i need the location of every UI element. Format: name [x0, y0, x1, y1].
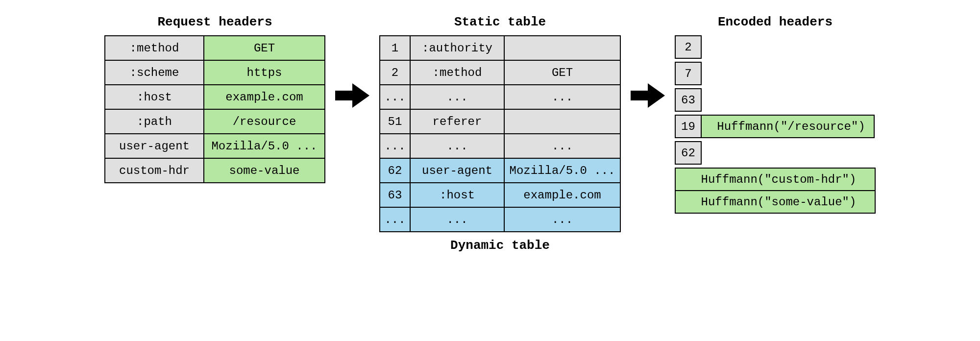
- request-headers-title: Request headers: [157, 15, 272, 29]
- row-index: 63: [380, 183, 410, 207]
- header-value: /resource: [204, 110, 324, 133]
- encoded-line: Huffmann("custom-hdr"): [675, 168, 876, 191]
- table-row: user-agent Mozilla/5.0 ...: [105, 134, 324, 158]
- lookup-table: 1 :authority 2 :method GET ... ... ... 5…: [379, 35, 621, 232]
- header-name: custom-hdr: [105, 159, 203, 182]
- encoded-line: 19 Huffmann("/resource"): [675, 115, 875, 138]
- row-value: example.com: [505, 183, 620, 207]
- encoded-body: Huffmann("/resource"): [701, 115, 875, 138]
- row-value: Mozilla/5.0 ...: [505, 159, 620, 182]
- encoded-body: Huffmann("custom-hdr"): [675, 168, 876, 191]
- encoded-line: 7: [675, 62, 702, 85]
- row-value: [505, 36, 620, 60]
- encoded-headers-column: Encoded headers 2 7 63 19 Huffmann("/res…: [675, 15, 876, 217]
- row-name: ...: [411, 85, 504, 109]
- row-value: GET: [505, 61, 620, 84]
- header-name: :method: [105, 36, 203, 60]
- table-row: :host example.com: [105, 85, 324, 109]
- encoded-index: 63: [675, 88, 702, 112]
- encoded-line: 2: [675, 35, 702, 59]
- row-value: ...: [505, 208, 620, 231]
- table-row: ... ... ...: [380, 85, 620, 109]
- header-value: Mozilla/5.0 ...: [204, 134, 324, 158]
- table-row: :path /resource: [105, 110, 324, 133]
- encoded-body: Huffmann("some-value"): [675, 190, 876, 214]
- encoded-index: 19: [675, 115, 702, 138]
- header-value: GET: [204, 36, 324, 60]
- table-row: :method GET: [105, 36, 324, 60]
- header-value: some-value: [204, 159, 324, 182]
- table-row: 51 referer: [380, 110, 620, 133]
- table-row: ... ... ...: [380, 208, 620, 231]
- encoded-headers-title: Encoded headers: [718, 15, 833, 29]
- row-index: ...: [380, 134, 410, 158]
- header-value: https: [204, 61, 324, 84]
- row-index: ...: [380, 85, 410, 109]
- table-row: custom-hdr some-value: [105, 159, 324, 182]
- encoded-index: 7: [675, 62, 702, 85]
- row-value: ...: [505, 85, 620, 109]
- lookup-tables-column: Static table 1 :authority 2 :method GET …: [379, 15, 621, 253]
- arrow-icon: [335, 15, 369, 176]
- table-row: 1 :authority: [380, 36, 620, 60]
- row-name: :method: [411, 61, 504, 84]
- arrow-icon: [631, 15, 665, 176]
- row-index: ...: [380, 208, 410, 231]
- request-headers-column: Request headers :method GET :scheme http…: [104, 15, 325, 183]
- request-headers-table: :method GET :scheme https :host example.…: [104, 35, 325, 183]
- row-value: [505, 110, 620, 133]
- encoded-line: 63: [675, 88, 702, 112]
- encoded-line: 62: [675, 141, 702, 165]
- header-name: user-agent: [105, 134, 203, 158]
- table-row: ... ... ...: [380, 134, 620, 158]
- header-name: :scheme: [105, 61, 203, 84]
- encoded-stack: 2 7 63 19 Huffmann("/resource") 62 Huffm…: [675, 35, 876, 217]
- table-row: 62 user-agent Mozilla/5.0 ...: [380, 159, 620, 182]
- table-row: :scheme https: [105, 61, 324, 84]
- svg-marker-1: [631, 83, 665, 108]
- header-name: :path: [105, 110, 203, 133]
- static-table-title: Static table: [454, 15, 546, 29]
- row-index: 1: [380, 36, 410, 60]
- row-name: referer: [411, 110, 504, 133]
- header-name: :host: [105, 85, 203, 109]
- table-row: 63 :host example.com: [380, 183, 620, 207]
- table-row: 2 :method GET: [380, 61, 620, 84]
- encoded-index: 62: [675, 141, 702, 165]
- encoded-line: Huffmann("some-value"): [675, 190, 876, 214]
- dynamic-table-title: Dynamic table: [450, 238, 550, 253]
- row-index: 2: [380, 61, 410, 84]
- row-name: ...: [411, 134, 504, 158]
- row-name: ...: [411, 208, 504, 231]
- svg-marker-0: [335, 83, 369, 108]
- row-value: ...: [505, 134, 620, 158]
- row-name: user-agent: [411, 159, 504, 182]
- encoded-index: 2: [675, 35, 702, 59]
- header-value: example.com: [204, 85, 324, 109]
- row-name: :host: [411, 183, 504, 207]
- row-index: 62: [380, 159, 410, 182]
- row-index: 51: [380, 110, 410, 133]
- row-name: :authority: [411, 36, 504, 60]
